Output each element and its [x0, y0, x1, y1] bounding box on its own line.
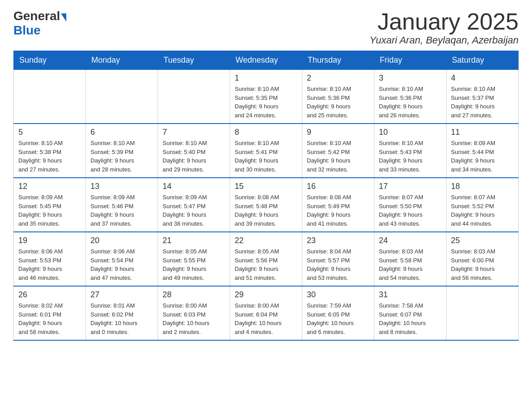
calendar-cell: 8Sunrise: 8:10 AM Sunset: 5:41 PM Daylig… [230, 124, 302, 178]
day-number: 31 [379, 290, 442, 300]
day-number: 26 [18, 290, 81, 300]
title-section: January 2025 Yuxari Aran, Beylaqan, Azer… [369, 9, 519, 46]
day-info: Sunrise: 8:10 AM Sunset: 5:38 PM Dayligh… [18, 139, 81, 174]
logo-general: General [13, 9, 66, 23]
logo-blue-text: Blue [13, 23, 41, 38]
day-number: 30 [307, 290, 369, 300]
calendar-cell: 30Sunrise: 7:59 AM Sunset: 6:05 PM Dayli… [302, 286, 374, 340]
day-info: Sunrise: 8:00 AM Sunset: 6:03 PM Dayligh… [163, 301, 225, 336]
calendar-cell [14, 70, 86, 124]
day-info: Sunrise: 8:03 AM Sunset: 6:00 PM Dayligh… [451, 247, 514, 282]
day-number: 27 [90, 290, 153, 300]
day-info: Sunrise: 8:00 AM Sunset: 6:04 PM Dayligh… [235, 301, 297, 336]
calendar-cell: 18Sunrise: 8:07 AM Sunset: 5:52 PM Dayli… [446, 178, 519, 232]
day-number: 17 [379, 182, 442, 191]
day-info: Sunrise: 8:09 AM Sunset: 5:47 PM Dayligh… [163, 193, 225, 228]
calendar-cell: 12Sunrise: 8:09 AM Sunset: 5:45 PM Dayli… [14, 178, 86, 232]
day-info: Sunrise: 8:03 AM Sunset: 5:58 PM Dayligh… [379, 247, 442, 282]
day-number: 9 [307, 128, 369, 137]
calendar-cell: 23Sunrise: 8:04 AM Sunset: 5:57 PM Dayli… [302, 232, 374, 286]
calendar-header: SundayMondayTuesdayWednesdayThursdayFrid… [14, 51, 519, 70]
day-number: 5 [18, 128, 81, 137]
day-info: Sunrise: 8:08 AM Sunset: 5:49 PM Dayligh… [307, 193, 369, 228]
calendar-cell: 5Sunrise: 8:10 AM Sunset: 5:38 PM Daylig… [14, 124, 86, 178]
calendar-cell: 17Sunrise: 8:07 AM Sunset: 5:50 PM Dayli… [374, 178, 446, 232]
calendar-subtitle: Yuxari Aran, Beylaqan, Azerbaijan [369, 34, 519, 46]
calendar-cell: 4Sunrise: 8:10 AM Sunset: 5:37 PM Daylig… [446, 70, 519, 124]
calendar-week-5: 26Sunrise: 8:02 AM Sunset: 6:01 PM Dayli… [14, 286, 519, 340]
day-info: Sunrise: 8:10 AM Sunset: 5:43 PM Dayligh… [379, 139, 442, 174]
calendar-week-3: 12Sunrise: 8:09 AM Sunset: 5:45 PM Dayli… [14, 178, 519, 232]
day-number: 23 [307, 236, 369, 245]
day-number: 29 [235, 290, 297, 300]
calendar-week-1: 1Sunrise: 8:10 AM Sunset: 5:35 PM Daylig… [14, 70, 519, 124]
day-header-saturday: Saturday [446, 51, 519, 70]
day-header-tuesday: Tuesday [158, 51, 230, 70]
calendar-title: January 2025 [369, 9, 519, 34]
day-info: Sunrise: 8:10 AM Sunset: 5:36 PM Dayligh… [379, 85, 442, 120]
logo-arrow-icon [61, 13, 66, 21]
logo: General Blue [13, 9, 66, 38]
day-number: 12 [18, 182, 81, 191]
logo-general-text: General [13, 9, 60, 23]
day-number: 1 [235, 73, 297, 83]
day-number: 15 [235, 182, 297, 191]
calendar-cell: 1Sunrise: 8:10 AM Sunset: 5:35 PM Daylig… [230, 70, 302, 124]
day-number: 24 [379, 236, 442, 245]
day-number: 21 [163, 236, 225, 245]
day-number: 13 [90, 182, 153, 191]
page-header: General Blue January 2025 Yuxari Aran, B… [13, 9, 519, 46]
day-number: 28 [163, 290, 225, 300]
day-info: Sunrise: 8:10 AM Sunset: 5:36 PM Dayligh… [307, 85, 369, 120]
day-info: Sunrise: 8:05 AM Sunset: 5:56 PM Dayligh… [235, 247, 297, 282]
day-number: 8 [235, 128, 297, 137]
day-info: Sunrise: 8:04 AM Sunset: 5:57 PM Dayligh… [307, 247, 369, 282]
calendar-table: SundayMondayTuesdayWednesdayThursdayFrid… [13, 51, 519, 341]
calendar-cell: 13Sunrise: 8:09 AM Sunset: 5:46 PM Dayli… [86, 178, 158, 232]
day-number: 25 [451, 236, 514, 245]
day-info: Sunrise: 8:09 AM Sunset: 5:44 PM Dayligh… [451, 139, 514, 174]
day-info: Sunrise: 8:09 AM Sunset: 5:45 PM Dayligh… [18, 193, 81, 228]
calendar-cell: 25Sunrise: 8:03 AM Sunset: 6:00 PM Dayli… [446, 232, 519, 286]
day-info: Sunrise: 8:01 AM Sunset: 6:02 PM Dayligh… [90, 301, 153, 336]
day-number: 19 [18, 236, 81, 245]
day-header-wednesday: Wednesday [230, 51, 302, 70]
day-info: Sunrise: 8:10 AM Sunset: 5:40 PM Dayligh… [163, 139, 225, 174]
day-info: Sunrise: 8:10 AM Sunset: 5:37 PM Dayligh… [451, 85, 514, 120]
day-number: 6 [90, 128, 153, 137]
day-info: Sunrise: 7:58 AM Sunset: 6:07 PM Dayligh… [379, 301, 442, 336]
calendar-cell: 11Sunrise: 8:09 AM Sunset: 5:44 PM Dayli… [446, 124, 519, 178]
calendar-week-4: 19Sunrise: 8:06 AM Sunset: 5:53 PM Dayli… [14, 232, 519, 286]
day-number: 16 [307, 182, 369, 191]
calendar-cell: 29Sunrise: 8:00 AM Sunset: 6:04 PM Dayli… [230, 286, 302, 340]
day-number: 14 [163, 182, 225, 191]
calendar-cell: 28Sunrise: 8:00 AM Sunset: 6:03 PM Dayli… [158, 286, 230, 340]
calendar-cell: 31Sunrise: 7:58 AM Sunset: 6:07 PM Dayli… [374, 286, 446, 340]
calendar-cell [446, 286, 519, 340]
day-header-sunday: Sunday [14, 51, 86, 70]
calendar-cell: 10Sunrise: 8:10 AM Sunset: 5:43 PM Dayli… [374, 124, 446, 178]
day-info: Sunrise: 8:10 AM Sunset: 5:41 PM Dayligh… [235, 139, 297, 174]
calendar-cell [86, 70, 158, 124]
day-number: 4 [451, 73, 514, 83]
day-info: Sunrise: 8:02 AM Sunset: 6:01 PM Dayligh… [18, 301, 81, 336]
calendar-cell: 7Sunrise: 8:10 AM Sunset: 5:40 PM Daylig… [158, 124, 230, 178]
day-info: Sunrise: 8:08 AM Sunset: 5:48 PM Dayligh… [235, 193, 297, 228]
calendar-cell: 14Sunrise: 8:09 AM Sunset: 5:47 PM Dayli… [158, 178, 230, 232]
calendar-cell: 6Sunrise: 8:10 AM Sunset: 5:39 PM Daylig… [86, 124, 158, 178]
day-header-row: SundayMondayTuesdayWednesdayThursdayFrid… [14, 51, 519, 70]
calendar-cell: 27Sunrise: 8:01 AM Sunset: 6:02 PM Dayli… [86, 286, 158, 340]
calendar-body: 1Sunrise: 8:10 AM Sunset: 5:35 PM Daylig… [14, 70, 519, 341]
day-header-friday: Friday [374, 51, 446, 70]
day-number: 3 [379, 73, 442, 83]
calendar-week-2: 5Sunrise: 8:10 AM Sunset: 5:38 PM Daylig… [14, 124, 519, 178]
day-info: Sunrise: 8:07 AM Sunset: 5:50 PM Dayligh… [379, 193, 442, 228]
day-info: Sunrise: 8:05 AM Sunset: 5:55 PM Dayligh… [163, 247, 225, 282]
calendar-cell: 19Sunrise: 8:06 AM Sunset: 5:53 PM Dayli… [14, 232, 86, 286]
day-number: 22 [235, 236, 297, 245]
day-number: 2 [307, 73, 369, 83]
day-info: Sunrise: 8:10 AM Sunset: 5:35 PM Dayligh… [235, 85, 297, 120]
calendar-cell: 26Sunrise: 8:02 AM Sunset: 6:01 PM Dayli… [14, 286, 86, 340]
calendar-cell: 2Sunrise: 8:10 AM Sunset: 5:36 PM Daylig… [302, 70, 374, 124]
calendar-cell: 3Sunrise: 8:10 AM Sunset: 5:36 PM Daylig… [374, 70, 446, 124]
